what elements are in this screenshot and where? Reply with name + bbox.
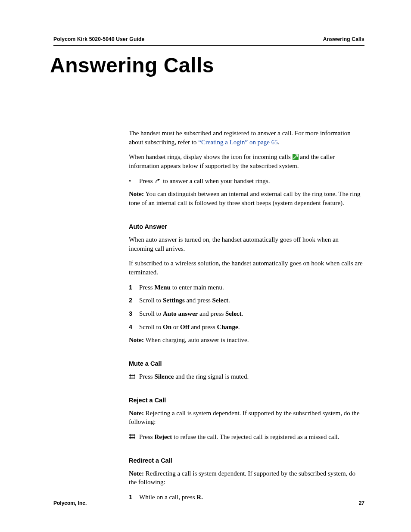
svg-rect-1 [129,374,135,379]
header-right: Answering Calls [323,36,364,42]
text: and press [198,310,225,317]
text: to enter main menu. [171,284,224,291]
note-label: Note: [129,410,144,417]
note-label: Note: [129,336,144,343]
text: and press [190,324,217,330]
footer-right: 27 [359,500,364,506]
text: Press [139,433,154,440]
text-bold: On [163,324,171,330]
text: When charging, auto answer is inactive. [144,336,249,343]
text-bold: Silence [154,373,174,380]
text: Press [139,177,154,184]
text: Scroll to [139,297,163,304]
text-bold: Select [225,310,241,317]
page-title: Answering Calls [50,53,364,77]
step-number: 4 [129,323,139,331]
bullet-answer: • Press to answer a call when your hands… [129,177,364,186]
auto-answer-p2: If subscribed to a wireless solution, th… [129,259,364,277]
heading-mute: Mute a Call [129,359,364,368]
text: Scroll to [139,310,163,317]
text-bold: R. [196,494,203,501]
body-content: The handset must be subscribed and regis… [129,129,364,502]
text: . [238,324,240,330]
page-footer: Polycom, Inc. 27 [53,500,364,506]
grid-bullet-icon [129,372,139,381]
step-number: 1 [129,283,139,292]
note-label: Note: [129,470,144,477]
text-bold: Menu [154,284,171,291]
step-4: 4 Scroll to On or Off and press Change. [129,323,364,332]
text: While on a call, press [139,494,196,501]
link-creating-login[interactable]: “Creating a Login” on page 65 [198,139,278,146]
text: and press [185,297,212,304]
text: and the ring signal is muted. [174,373,249,380]
text: You can distinguish between an internal … [129,190,361,206]
text: When handset rings, display shows the ic… [129,153,293,160]
mute-step: Press Silence and the ring signal is mut… [129,372,364,381]
call-key-icon [154,178,161,184]
svg-rect-6 [129,434,135,439]
step-text: Press Silence and the ring signal is mut… [139,372,364,381]
intro-note: Note: You can distinguish between an int… [129,190,364,207]
note-label: Note: [129,190,144,197]
reject-step: Press Reject to refuse the call. The rej… [129,432,364,442]
footer-left: Polycom, Inc. [53,500,87,506]
heading-redirect: Redirect a Call [129,456,364,465]
step-text: Press Reject to refuse the call. The rej… [139,432,364,442]
text: . [278,139,280,146]
text-bold: Change [217,324,238,330]
auto-answer-p1: When auto answer is turned on, the hands… [129,235,364,253]
heading-auto-answer: Auto Answer [129,222,364,231]
step-text: Scroll to Settings and press Select. [139,296,364,305]
step-3: 3 Scroll to Auto answer and press Select… [129,309,364,318]
text: . [241,310,243,317]
incoming-call-icon [293,154,299,160]
reject-note: Note: Rejecting a call is system depende… [129,409,364,426]
step-text: Scroll to On or Off and press Change. [139,323,364,332]
text-bold: Auto answer [163,310,198,317]
step-1: 1 Press Menu to enter main menu. [129,283,364,292]
step-number: 2 [129,296,139,305]
bullet-text: Press to answer a call when your handset… [139,177,364,186]
intro-p1: The handset must be subscribed and regis… [129,129,364,146]
text-bold: Settings [163,297,185,304]
heading-reject: Reject a Call [129,396,364,404]
text: Scroll to [139,324,163,330]
text: Redirecting a call is system dependent. … [129,470,355,486]
step-text: Scroll to Auto answer and press Select. [139,309,364,318]
text: Press [139,373,154,380]
step-number: 3 [129,309,139,318]
step-text: Press Menu to enter main menu. [139,283,364,292]
text: Rejecting a call is system dependent. If… [129,410,360,426]
text-bold: Select [212,297,228,304]
text: to refuse the call. The rejected call is… [172,433,339,440]
step-2: 2 Scroll to Settings and press Select. [129,296,364,305]
auto-answer-note: Note: When charging, auto answer is inac… [129,336,364,345]
intro-p2: When handset rings, display shows the ic… [129,152,364,170]
page-header: Polycom Kirk 5020-5040 User Guide Answer… [53,36,364,45]
header-rule [53,45,364,46]
text: Press [139,284,154,291]
redirect-note: Note: Redirecting a call is system depen… [129,469,364,487]
grid-bullet-icon [129,432,139,442]
text: to answer a call when your handset rings… [161,177,270,184]
text: or [171,324,180,330]
bullet-dot: • [129,177,139,186]
header-left: Polycom Kirk 5020-5040 User Guide [53,36,144,42]
text-bold: Reject [154,433,172,440]
text-bold: Off [180,324,190,330]
text: . [228,297,230,304]
